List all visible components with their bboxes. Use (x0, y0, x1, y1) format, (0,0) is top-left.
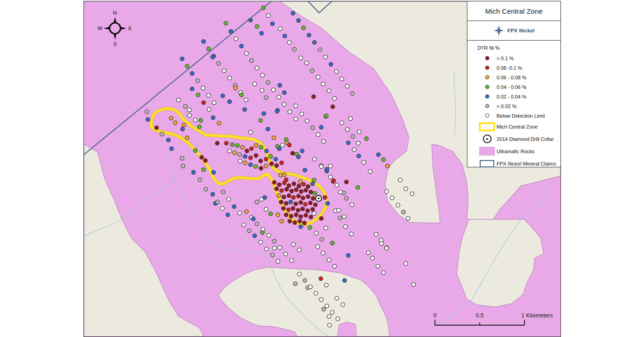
sample-dot-w (376, 264, 380, 269)
sample-dot-b (277, 147, 282, 151)
sample-dot-v (311, 197, 315, 201)
sample-dot-t (345, 197, 349, 201)
sample-dot-w (319, 298, 324, 302)
svg-text:S: S (113, 41, 117, 47)
sample-dot-b (170, 147, 174, 151)
sample-dot-w (294, 104, 298, 108)
sample-dot-w (329, 164, 333, 168)
sample-dot-b (240, 44, 244, 48)
sample-dot-v (259, 159, 263, 163)
sample-dot-m (241, 145, 245, 150)
sample-dot-v (296, 208, 300, 213)
sample-dot-w (382, 271, 386, 275)
sample-dot-w (316, 75, 320, 79)
sample-dot-w (328, 323, 332, 327)
legend-class-label: 0.04 - 0.06 % (497, 84, 526, 90)
drill-collar-marker-center (318, 197, 319, 199)
sample-dot-b (307, 33, 311, 37)
claims-swatch-icon (480, 160, 494, 167)
sample-dot-b (311, 182, 315, 186)
sample-dot-g (356, 186, 360, 190)
sample-dot-w (346, 128, 350, 132)
legend-class-label: Below Detection Limit (497, 113, 545, 119)
sample-dot-g (230, 143, 235, 147)
sample-dot-w (249, 130, 253, 135)
sample-dot-w (404, 187, 408, 191)
legend-feature-item: FPX Nickel Mineral Claims (477, 157, 560, 170)
sample-dot-m (254, 144, 258, 148)
sample-dot-v (277, 183, 282, 187)
sample-dot-v (301, 196, 305, 200)
sample-dot-w (410, 192, 414, 196)
sample-dot-v (301, 207, 305, 211)
sample-dot-w (314, 231, 319, 235)
sample-dot-t (266, 81, 270, 85)
sample-dot-v (297, 194, 301, 198)
sample-dot-v (282, 207, 286, 211)
sample-dot-b (146, 118, 150, 122)
sample-dot-w (188, 108, 192, 112)
sample-dot-t (293, 282, 298, 286)
sample-dot-b (319, 125, 324, 130)
sample-dot-b (325, 167, 329, 171)
sample-dot-g (224, 21, 228, 26)
sample-dot-w (321, 82, 325, 86)
class-dot-icon (485, 114, 489, 118)
sample-dot-w (324, 226, 328, 230)
sample-dot-m (217, 121, 221, 125)
sample-dot-b (303, 168, 307, 172)
sample-dot-g (262, 6, 266, 10)
sample-dot-m (245, 210, 249, 214)
legend-feature-list: Mich Central Zone2014 Diamond Drill Coll… (477, 120, 560, 170)
sample-dot-b (291, 11, 295, 16)
sample-dot-g (196, 93, 200, 97)
sample-dot-g (194, 149, 198, 153)
sample-dot-v (304, 188, 308, 192)
sample-dot-w (356, 141, 361, 145)
sample-dot-t (183, 104, 188, 109)
legend-feature-item: 2014 Diamond Drill Collar (477, 133, 560, 145)
legend-class-item: Below Detection Limit (477, 111, 560, 120)
sample-dot-g (302, 26, 306, 30)
legend-class-label: 0.06 - 0.08 % (497, 75, 526, 80)
sample-dot-h (264, 157, 268, 161)
sample-dot-w (272, 246, 277, 250)
sample-dot-w (245, 52, 249, 56)
sample-dot-b (263, 196, 267, 200)
sample-dot-g (207, 47, 211, 51)
sample-dot-m (234, 86, 238, 90)
sample-dot-w (350, 203, 354, 207)
sample-dot-v (287, 184, 291, 188)
sample-dot-b (275, 109, 279, 114)
sample-dot-w (412, 283, 416, 287)
sample-dot-t (351, 92, 355, 96)
sample-dot-w (313, 157, 317, 161)
sample-dot-w (276, 259, 280, 264)
sample-dot-w (367, 251, 371, 255)
sample-dot-w (244, 98, 248, 102)
svg-text:W: W (98, 26, 103, 31)
sample-dot-h (302, 182, 306, 187)
sample-dot-t (311, 126, 315, 130)
sample-dot-b (221, 94, 225, 98)
sample-dot-w (212, 101, 216, 105)
map-canvas[interactable]: NSWE00.51 Kilometers Mich Central Zone F… (84, 1, 561, 337)
sample-dot-h (332, 179, 336, 183)
sample-dot-v (309, 215, 313, 219)
sample-dot-b (377, 153, 381, 157)
class-dot-icon (485, 94, 489, 99)
sample-dot-w (327, 89, 331, 93)
sample-dot-v (309, 190, 313, 194)
sample-dot-w (335, 183, 339, 187)
sample-dot-v (294, 188, 298, 192)
sample-dot-w (327, 315, 331, 319)
sample-dot-g (185, 64, 189, 68)
sample-dot-b (229, 30, 233, 34)
sample-dot-v (291, 207, 295, 211)
sample-dot-w (340, 121, 344, 125)
sample-dot-w (259, 240, 263, 244)
sample-dot-w (398, 178, 403, 182)
sample-dot-v (284, 202, 288, 206)
sample-dot-w (281, 143, 285, 147)
sample-dot-w (404, 262, 408, 266)
